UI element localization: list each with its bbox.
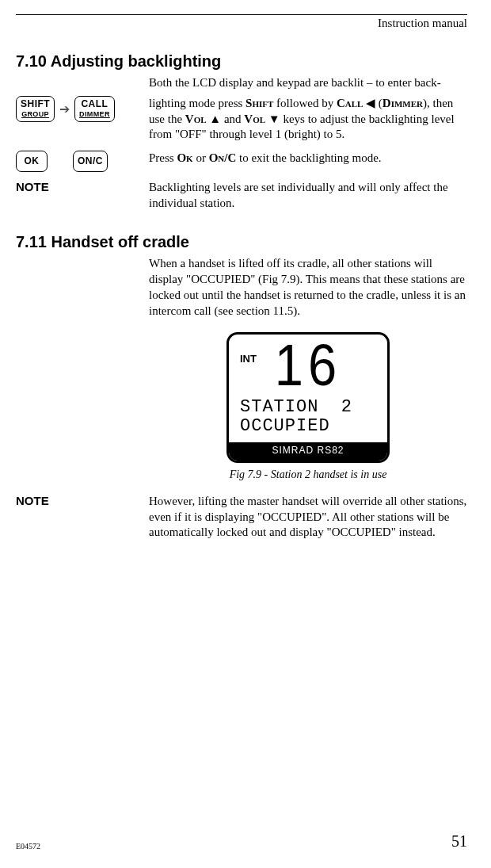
row-7-10-p1a: Both the LCD display and keypad are back… [16,75,467,91]
doc-id: E04572 [16,842,40,851]
key-shift: SHIFT GROUP [16,96,55,122]
p-7-10-body: lighting mode press Shift followed by Ca… [149,96,467,143]
row-7-10-note: NOTE Backlighting levels are set individ… [16,180,467,212]
kw-dimmer: Dimmer [383,97,423,109]
t: Press [149,151,177,164]
key-shift-bottom: GROUP [21,110,49,118]
t: lighting mode press [149,97,246,109]
p-7-10-exit: Press Ok or On/C to exit the backlightin… [149,151,467,166]
row-figure: INT 16 STATION 2 OCCUPIED SIMRAD RS82 Fi… [16,324,467,488]
section-title-7-11: 7.11 Handset off cradle [16,233,467,251]
note-text-7-10: Backlighting levels are set individually… [149,180,467,212]
figure-7-9: INT 16 STATION 2 OCCUPIED SIMRAD RS82 Fi… [149,332,467,483]
key-onc: ON/C [73,151,108,172]
row-7-10-keys2: OK ON/C Press Ok or On/C to exit the bac… [16,151,467,172]
lcd-brand: SIMRAD RS82 [229,442,387,461]
row-7-10-keys1: SHIFT GROUP ➔ CALL DIMMER lighting mode … [16,96,467,143]
page-footer: E04572 51 [16,832,467,851]
figure-caption: Fig 7.9 - Station 2 handset is in use [230,468,387,482]
note-label: NOTE [16,494,49,507]
lcd-channel-number: 16 [240,338,376,392]
p-7-10-intro: Both the LCD display and keypad are back… [149,75,467,91]
kw-call: Call [337,97,363,109]
kw-onc: On/C [209,151,237,164]
header-rule [16,14,467,15]
running-header: Instruction manual [16,17,467,30]
t: to exit the backlighting mode. [236,151,381,164]
key-ok-label: OK [25,156,40,166]
p-7-11-body: When a handset is lifted off its cradle,… [149,256,467,319]
kw-vol-down: Vol [244,113,265,125]
triangle-up-icon: ▲ [207,113,224,125]
arrow-left-icon: ◀ [363,97,379,109]
page-number: 51 [451,832,467,851]
lcd-line-1: STATION 2 [240,398,376,417]
key-call-top: CALL [81,99,108,109]
t: or [193,151,209,164]
triangle-down-icon: ▼ [265,113,283,125]
row-7-11-p1: When a handset is lifted off its cradle,… [16,256,467,319]
lcd-screen: INT 16 STATION 2 OCCUPIED [229,335,387,443]
note-text-7-11: However, lifting the master handset will… [149,494,467,541]
kw-vol-up: Vol [185,113,207,125]
section-title-7-10: 7.10 Adjusting backlighting [16,52,467,71]
key-call: CALL DIMMER [74,96,115,122]
arrow-right-icon: ➔ [59,101,70,117]
t: and [224,113,244,125]
key-call-bottom: DIMMER [79,110,110,118]
row-7-11-note: NOTE However, lifting the master handset… [16,494,467,541]
note-label: NOTE [16,180,49,193]
kw-ok: Ok [177,151,192,164]
key-onc-label: ON/C [78,156,103,166]
lcd-line-2: OCCUPIED [240,417,376,436]
key-ok: OK [16,151,48,172]
key-shift-top: SHIFT [21,99,50,109]
page: Instruction manual 7.10 Adjusting backli… [0,0,491,868]
lcd-frame: INT 16 STATION 2 OCCUPIED SIMRAD RS82 [226,332,390,464]
t: followed by [273,97,337,109]
kw-shift: Shift [246,97,273,109]
